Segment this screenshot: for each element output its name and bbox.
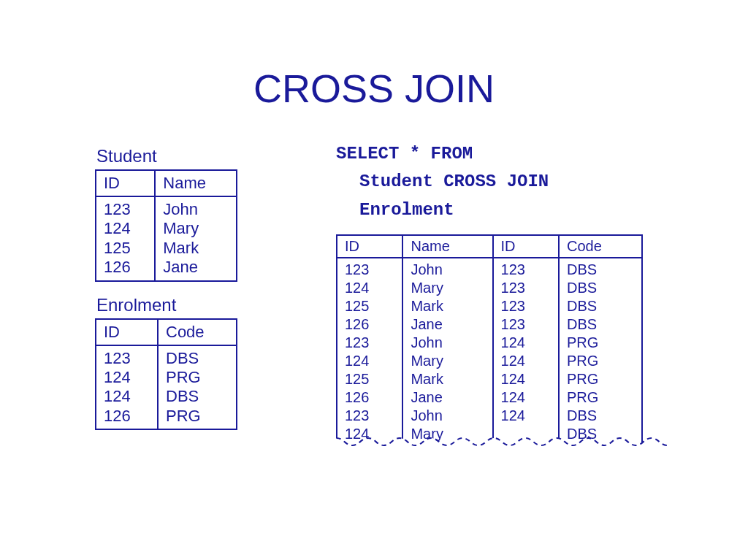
sql-line-3: Enrolment (359, 196, 668, 224)
enrolment-data-row: 123 124 124 126 DBS PRG DBS PRG (96, 345, 237, 430)
enrolment-table-label: Enrolment (96, 295, 269, 315)
student-table: ID Name 123 124 125 126 John Mary Mark J… (95, 169, 237, 282)
result-header-code: Code (559, 235, 642, 258)
result-col-id2: 123 123 123 123 124 124 124 124 124 (493, 258, 559, 446)
result-header-row: ID Name ID Code (337, 235, 642, 258)
result-data-row: 123 124 125 126 123 124 125 126 123 124 (337, 258, 642, 446)
result-col-code: DBS DBS DBS DBS PRG PRG PRG PRG DBS DBS (559, 258, 642, 446)
student-header-id: ID (96, 170, 155, 196)
left-column: Student ID Name 123 124 125 126 John Mar… (95, 140, 270, 443)
enrolment-header-id: ID (96, 319, 158, 345)
result-header-name: Name (402, 235, 492, 258)
result-col-name: John Mary Mark Jane John Mary Mark Jane … (402, 258, 492, 446)
student-table-label: Student (96, 146, 269, 166)
result-col-id1: 123 124 125 126 123 124 125 126 123 124 (337, 258, 402, 446)
enrolment-table: ID Code 123 124 124 126 DBS PRG DBS PRG (95, 318, 237, 431)
result-header-id1: ID (337, 235, 402, 258)
page-title: CROSS JOIN (0, 66, 748, 111)
sql-line-1: SELECT * FROM (336, 140, 668, 168)
enrolment-col-code: DBS PRG DBS PRG (158, 345, 237, 430)
enrolment-header-row: ID Code (96, 319, 237, 345)
sql-line-2: Student CROSS JOIN (359, 168, 668, 196)
student-data-row: 123 124 125 126 John Mary Mark Jane (96, 196, 237, 281)
student-header-name: Name (155, 170, 237, 196)
enrolment-header-code: Code (158, 319, 237, 345)
result-table: ID Name ID Code 123 124 125 126 123 124 (336, 234, 643, 447)
enrolment-col-id: 123 124 124 126 (96, 345, 158, 430)
student-col-id: 123 124 125 126 (96, 196, 155, 281)
student-col-name: John Mary Mark Jane (155, 196, 237, 281)
sql-code-block: SELECT * FROM Student CROSS JOIN Enrolme… (336, 140, 668, 224)
result-table-wrap: ID Name ID Code 123 124 125 126 123 124 (336, 234, 668, 461)
student-header-row: ID Name (96, 170, 237, 196)
right-column: SELECT * FROM Student CROSS JOIN Enrolme… (336, 140, 668, 461)
result-header-id2: ID (493, 235, 559, 258)
